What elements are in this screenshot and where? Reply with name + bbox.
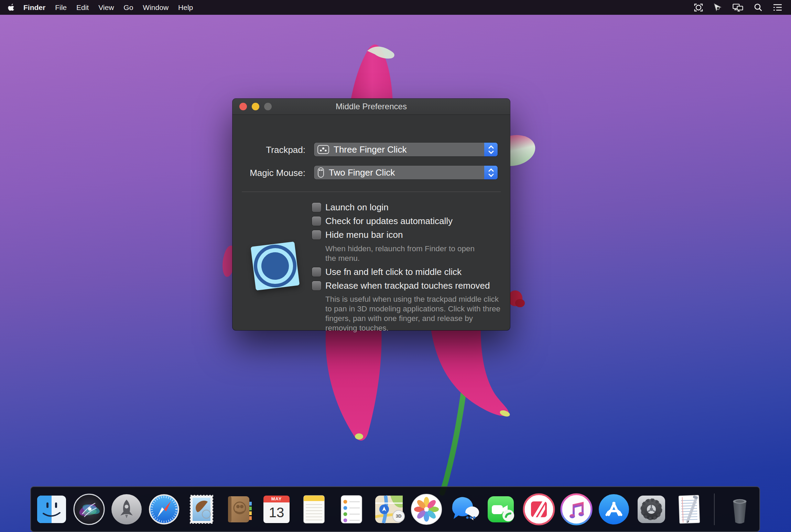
dock-divider <box>714 494 715 525</box>
middle-preferences-window: Middle Preferences Trackpad: Three Finge… <box>232 99 510 330</box>
checkbox-hide-menu-bar-icon[interactable] <box>312 230 321 240</box>
dock-app-store[interactable] <box>597 493 630 526</box>
trackpad-label: Trackpad: <box>232 144 305 155</box>
dock-facetime[interactable] <box>485 493 518 526</box>
dock-messages[interactable] <box>447 493 480 526</box>
dock-maps[interactable]: 3D <box>372 493 405 526</box>
section-divider <box>242 191 501 192</box>
checkbox-hide-menu-bar-icon-label: Hide menu bar icon <box>325 229 403 240</box>
checkbox-fn-left-click[interactable] <box>312 267 321 277</box>
dock-textedit[interactable] <box>672 493 705 526</box>
menu-app-name[interactable]: Finder <box>19 3 50 12</box>
desktop: Finder File Edit View Go Window Help <box>0 0 791 532</box>
menu-bar: Finder File Edit View Go Window Help <box>0 0 791 15</box>
magic-mouse-stepper[interactable] <box>484 166 498 179</box>
notification-center-icon[interactable] <box>768 3 788 12</box>
middle-app-logo <box>251 242 300 291</box>
checkbox-release-touches[interactable] <box>312 281 321 290</box>
dock-mail[interactable] <box>185 493 218 526</box>
release-note: This is useful when using the trackpad m… <box>325 295 504 333</box>
menu-item-go[interactable]: Go <box>119 3 138 12</box>
dock-calendar[interactable]: MAY 13 <box>260 493 293 526</box>
dock-trash[interactable] <box>723 493 756 526</box>
pointer-icon[interactable] <box>708 3 727 12</box>
calendar-day: 13 <box>263 502 290 523</box>
menu-item-view[interactable]: View <box>94 3 119 12</box>
maps-3d-badge: 3D <box>392 510 405 522</box>
title-bar[interactable]: Middle Preferences <box>232 99 510 115</box>
menu-item-edit[interactable]: Edit <box>72 3 94 12</box>
dock-siri[interactable] <box>73 493 106 526</box>
magic-mouse-icon <box>317 167 325 178</box>
magic-mouse-select[interactable]: Two Finger Click <box>314 166 498 179</box>
dock-notes[interactable] <box>297 493 331 526</box>
checkbox-check-updates[interactable] <box>312 217 321 226</box>
dock-system-preferences[interactable] <box>635 493 668 526</box>
checkbox-launch-on-login[interactable] <box>312 203 321 212</box>
displays-icon[interactable] <box>727 3 749 12</box>
trackpad-value: Three Finger Click <box>334 144 407 155</box>
spotlight-icon[interactable] <box>749 3 768 12</box>
hide-menu-note: When hidden, relaunch from Finder to ope… <box>325 244 487 263</box>
dock: MAY 13 <box>30 486 760 532</box>
dock-news[interactable] <box>522 493 555 526</box>
dock-reminders[interactable] <box>335 493 368 526</box>
menu-item-file[interactable]: File <box>50 3 72 12</box>
trackpad-icon <box>317 145 329 154</box>
checkbox-check-updates-label: Check for updates automatically <box>325 215 453 226</box>
checkbox-release-touches-label: Release when trackpad touches removed <box>325 280 490 291</box>
trackpad-stepper[interactable] <box>484 143 498 156</box>
apple-logo-icon <box>8 3 14 11</box>
checkbox-launch-on-login-label: Launch on login <box>325 202 389 213</box>
dock-finder[interactable] <box>35 493 68 526</box>
magic-mouse-value: Two Finger Click <box>329 167 395 178</box>
dock-contacts[interactable] <box>223 493 256 526</box>
dock-safari[interactable] <box>148 493 181 526</box>
apple-menu[interactable] <box>3 3 19 11</box>
dock-launchpad[interactable] <box>110 493 143 526</box>
dock-photos[interactable] <box>410 493 443 526</box>
calendar-month: MAY <box>263 496 290 502</box>
magic-mouse-label: Magic Mouse: <box>232 167 305 178</box>
checkbox-fn-left-click-label: Use fn and left click to middle click <box>325 266 462 277</box>
middle-app-icon[interactable] <box>689 3 708 12</box>
menu-item-help[interactable]: Help <box>173 3 198 12</box>
menu-item-window[interactable]: Window <box>138 3 173 12</box>
dock-itunes[interactable] <box>560 493 593 526</box>
trackpad-select[interactable]: Three Finger Click <box>314 143 498 156</box>
window-title: Middle Preferences <box>232 99 510 114</box>
